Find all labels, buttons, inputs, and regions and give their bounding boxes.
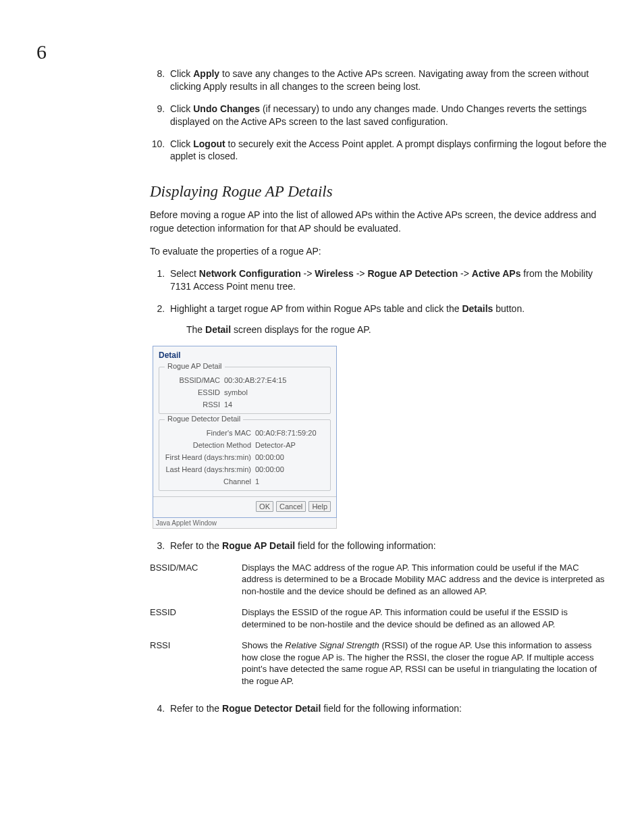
fieldset-legend: Rogue Detector Detail bbox=[165, 415, 243, 423]
bold: Rogue AP Detail bbox=[222, 540, 295, 551]
label: ESSID bbox=[163, 388, 224, 396]
text: Highlight a target rogue AP from within … bbox=[170, 303, 462, 314]
definition-table: BSSID/MAC Displays the MAC address of th… bbox=[150, 562, 609, 687]
section-number: 6 bbox=[36, 41, 603, 63]
value: symbol bbox=[224, 388, 326, 396]
label: Finder's MAC bbox=[163, 429, 255, 437]
bold: Active APs bbox=[472, 268, 521, 279]
bold: Details bbox=[462, 303, 493, 314]
value: 00:00:00 bbox=[255, 453, 326, 461]
bold: Logout bbox=[193, 138, 225, 149]
text: button. bbox=[493, 303, 525, 314]
label: Last Heard (days:hrs:min) bbox=[163, 465, 255, 473]
value: 00:A0:F8:71:59:20 bbox=[255, 429, 326, 437]
label: Channel bbox=[163, 477, 255, 486]
bold: Undo Changes bbox=[193, 103, 260, 114]
ok-button[interactable]: OK bbox=[256, 501, 273, 512]
kv-rssi: RSSI14 bbox=[159, 398, 330, 411]
detail-dialog-screenshot: Detail Rogue AP Detail BSSID/MAC00:30:AB… bbox=[153, 346, 337, 529]
def-desc-rssi: Shows the Relative Signal Strength (RSSI… bbox=[242, 640, 609, 687]
steps-list-procedure: Select Network Configuration -> Wireless… bbox=[150, 267, 609, 336]
value: Detector-AP bbox=[255, 441, 326, 449]
kv-essid: ESSIDsymbol bbox=[159, 386, 330, 398]
step-1: Select Network Configuration -> Wireless… bbox=[167, 267, 609, 293]
text: The bbox=[186, 324, 205, 335]
text: field for the following information: bbox=[295, 540, 436, 551]
cancel-button[interactable]: Cancel bbox=[276, 501, 306, 512]
text: Click bbox=[170, 138, 193, 149]
fieldset-rogue-ap-detail: Rogue AP Detail BSSID/MAC00:30:AB:27:E4:… bbox=[159, 367, 331, 414]
step-3: Refer to the Rogue AP Detail field for t… bbox=[167, 540, 609, 552]
text: Refer to the bbox=[170, 703, 222, 714]
bold: Rogue AP Detection bbox=[367, 268, 458, 279]
def-desc-bssid: Displays the MAC address of the rogue AP… bbox=[242, 562, 609, 598]
steps-list-continued: Click Apply to save any changes to the A… bbox=[150, 68, 609, 163]
steps-list-continued-2: Refer to the Rogue AP Detail field for t… bbox=[150, 540, 609, 552]
steps-list-continued-3: Refer to the Rogue Detector Detail field… bbox=[150, 702, 609, 715]
def-term-bssid: BSSID/MAC bbox=[150, 562, 239, 598]
step-2: Highlight a target rogue AP from within … bbox=[167, 303, 609, 336]
def-term-rssi: RSSI bbox=[150, 640, 239, 687]
kv-first-heard: First Heard (days:hrs:min)00:00:00 bbox=[159, 451, 330, 463]
text: to securely exit the Access Point applet… bbox=[170, 138, 607, 162]
value: 00:00:00 bbox=[255, 465, 326, 473]
kv-finder: Finder's MAC00:A0:F8:71:59:20 bbox=[159, 427, 330, 439]
text: -> bbox=[301, 268, 315, 279]
value: 14 bbox=[224, 400, 326, 409]
section-heading: Displaying Rogue AP Details bbox=[150, 183, 609, 201]
def-term-essid: ESSID bbox=[150, 606, 239, 630]
intro-paragraph-1: Before moving a rogue AP into the list o… bbox=[150, 209, 609, 235]
bold: Wireless bbox=[315, 268, 353, 279]
step-4: Refer to the Rogue Detector Detail field… bbox=[167, 702, 609, 715]
bold: Apply bbox=[193, 68, 219, 79]
bold: Network Configuration bbox=[199, 268, 301, 279]
text: -> bbox=[354, 268, 368, 279]
label: Detection Method bbox=[163, 441, 255, 449]
step-9: Click Undo Changes (if necessary) to und… bbox=[167, 103, 609, 128]
text: -> bbox=[458, 268, 472, 279]
text: field for the following information: bbox=[321, 703, 462, 714]
help-button[interactable]: Help bbox=[308, 501, 331, 512]
fieldset-rogue-detector-detail: Rogue Detector Detail Finder's MAC00:A0:… bbox=[159, 419, 331, 491]
label: BSSID/MAC bbox=[163, 376, 224, 384]
kv-method: Detection MethodDetector-AP bbox=[159, 439, 330, 451]
text: Refer to the bbox=[170, 540, 222, 551]
kv-last-heard: Last Heard (days:hrs:min)00:00:00 bbox=[159, 463, 330, 475]
bold: Detail bbox=[205, 324, 231, 335]
fieldset-legend: Rogue AP Detail bbox=[165, 362, 225, 370]
page: 6 Click Apply to save any changes to the… bbox=[0, 0, 644, 834]
label: First Heard (days:hrs:min) bbox=[163, 453, 255, 461]
step-10: Click Logout to securely exit the Access… bbox=[167, 138, 609, 163]
step-8: Click Apply to save any changes to the A… bbox=[167, 68, 609, 93]
text: Click bbox=[170, 68, 193, 79]
text: to save any changes to the Active APs sc… bbox=[170, 68, 589, 92]
def-desc-essid: Displays the ESSID of the rogue AP. This… bbox=[242, 606, 609, 630]
sub-note: The Detail screen displays for the rogue… bbox=[186, 323, 609, 336]
dialog-button-bar: OK Cancel Help bbox=[153, 496, 336, 517]
dialog-status-bar: Java Applet Window bbox=[153, 518, 337, 529]
italic: Relative Signal Strength bbox=[285, 640, 379, 650]
intro-paragraph-2: To evaluate the properties of a rogue AP… bbox=[150, 245, 609, 259]
label: RSSI bbox=[163, 400, 224, 409]
value: 1 bbox=[255, 477, 326, 486]
dialog-body: Detail Rogue AP Detail BSSID/MAC00:30:AB… bbox=[153, 346, 337, 518]
text: Shows the bbox=[242, 640, 285, 650]
text: screen displays for the rogue AP. bbox=[231, 324, 371, 335]
bold: Rogue Detector Detail bbox=[222, 703, 321, 714]
content-column: Click Apply to save any changes to the A… bbox=[150, 68, 609, 714]
kv-channel: Channel1 bbox=[159, 475, 330, 488]
value: 00:30:AB:27:E4:15 bbox=[224, 376, 326, 384]
text: Select bbox=[170, 268, 199, 279]
kv-bssid: BSSID/MAC00:30:AB:27:E4:15 bbox=[159, 374, 330, 386]
text: Click bbox=[170, 103, 193, 114]
